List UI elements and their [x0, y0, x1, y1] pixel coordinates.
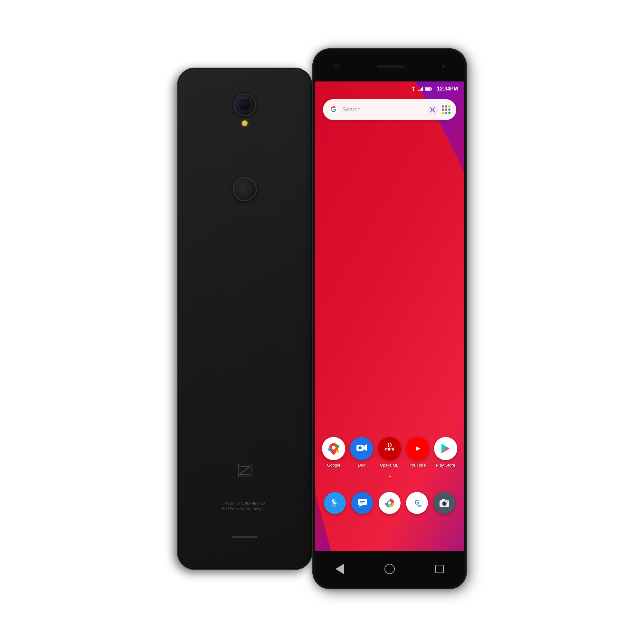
phone-front: 12:34PM Search... — [312, 48, 467, 589]
phone-container: Model: STUDIO VIEW 20 BLU Products, Inc.… — [177, 48, 467, 596]
dock-icon-messages[interactable] — [351, 492, 373, 514]
app-icon-youtube[interactable]: YouTube — [405, 437, 431, 468]
back-arrow-icon — [336, 564, 344, 574]
svg-rect-28 — [358, 499, 367, 505]
svg-rect-22 — [359, 447, 361, 449]
nav-recent-button[interactable] — [431, 561, 448, 577]
status-bar: 12:34PM — [315, 81, 464, 96]
google-lens-icon[interactable] — [428, 105, 437, 115]
svg-marker-20 — [364, 444, 367, 451]
svg-point-14 — [431, 109, 433, 111]
svg-point-15 — [332, 446, 336, 450]
camera-lens-inner — [238, 98, 251, 111]
app-icons-row: Google Duo — [315, 437, 464, 468]
grid-dot-9 — [448, 112, 450, 114]
nav-home-button[interactable] — [382, 561, 398, 577]
opera-app-label: Opera Mi.. — [380, 463, 400, 468]
grid-dot-1 — [442, 105, 444, 108]
nav-chevron-icon: ⌃ — [387, 474, 393, 482]
phone-top-bezel — [315, 51, 464, 81]
search-bar[interactable]: Search... — [323, 99, 456, 120]
phone-screen-container: 12:34PM Search... — [315, 51, 464, 587]
svg-rect-8 — [422, 87, 423, 91]
svg-line-2 — [239, 466, 250, 475]
nav-back-button[interactable] — [332, 561, 348, 577]
apps-grid-icon[interactable] — [442, 105, 450, 114]
svg-rect-42 — [442, 499, 445, 501]
camera-lens-main — [233, 93, 256, 116]
grid-dot-4 — [442, 109, 444, 111]
svg-point-13 — [428, 106, 437, 114]
phone-back: Model: STUDIO VIEW 20 BLU Products, Inc.… — [177, 68, 312, 570]
camera-flash — [241, 120, 248, 127]
speaker-grille — [376, 65, 405, 68]
phone-screen: 12:34PM Search... — [315, 81, 464, 551]
duo-app-label: Duo — [358, 463, 365, 468]
nav-bar — [315, 551, 464, 587]
front-camera-icon — [334, 63, 340, 69]
status-icons: 12:34PM — [411, 86, 458, 92]
google-app-label: Google — [327, 463, 340, 468]
svg-rect-10 — [431, 88, 432, 90]
search-right-icons — [428, 105, 450, 115]
app-icon-duo[interactable]: Duo — [349, 437, 374, 468]
dock-icon-google-go[interactable]: G go — [406, 492, 428, 514]
svg-rect-11 — [426, 88, 431, 90]
svg-rect-5 — [418, 90, 419, 91]
app-icon-google[interactable]: Google — [321, 437, 346, 468]
search-placeholder: Search... — [342, 106, 424, 113]
svg-marker-29 — [358, 505, 362, 507]
fingerprint-sensor[interactable] — [233, 177, 257, 201]
app-icon-playstore[interactable]: Play Store — [433, 437, 459, 468]
svg-marker-26 — [416, 446, 421, 451]
svg-point-34 — [388, 501, 391, 505]
grid-dot-7 — [442, 112, 444, 114]
svg-rect-16 — [328, 448, 331, 451]
svg-point-41 — [443, 503, 445, 505]
dock-icon-chrome[interactable] — [379, 492, 401, 514]
grid-dot-2 — [445, 105, 447, 108]
svg-text:O: O — [387, 442, 392, 449]
dock: G go — [321, 487, 458, 519]
grid-dot-3 — [448, 105, 450, 108]
dock-icon-phone[interactable] — [324, 492, 346, 514]
status-time: 12:34PM — [437, 86, 458, 92]
wifi-icon — [411, 87, 416, 91]
svg-rect-7 — [421, 88, 422, 91]
signal-icon — [418, 87, 423, 91]
nav-dots[interactable]: ⌃ — [387, 474, 393, 482]
grid-dot-5 — [445, 109, 447, 111]
blu-logo — [237, 462, 253, 480]
svg-point-4 — [413, 90, 414, 91]
camera-module — [233, 93, 256, 127]
recent-square-icon — [435, 565, 444, 573]
youtube-app-label: YouTube — [409, 463, 426, 468]
grid-dot-6 — [448, 109, 450, 111]
home-circle-icon — [384, 564, 395, 574]
svg-point-43 — [447, 501, 448, 502]
dock-icon-camera[interactable] — [433, 492, 455, 514]
app-icon-opera[interactable]: mini O Opera Mi.. — [377, 437, 403, 468]
svg-marker-27 — [441, 444, 450, 453]
grid-dot-8 — [445, 112, 447, 114]
svg-rect-6 — [420, 89, 421, 91]
svg-text:go: go — [418, 504, 421, 507]
battery-icon — [425, 87, 432, 91]
sensor-dot — [442, 65, 445, 68]
back-bottom-bar — [232, 536, 258, 538]
google-logo — [329, 105, 338, 115]
svg-rect-17 — [336, 445, 339, 448]
playstore-app-label: Play Store — [436, 463, 455, 468]
model-text: Model: STUDIO VIEW 20 BLU Products, Inc.… — [222, 501, 267, 512]
svg-rect-18 — [336, 450, 339, 452]
